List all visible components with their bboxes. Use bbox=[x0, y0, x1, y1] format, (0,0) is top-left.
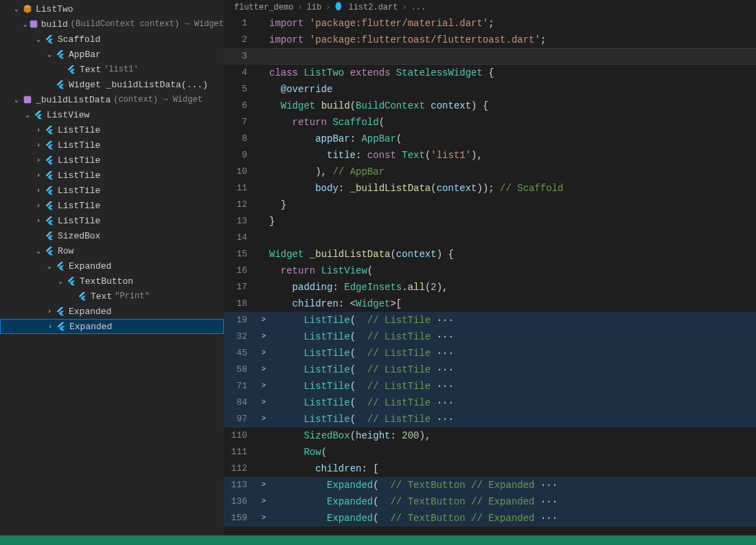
code-line[interactable]: 11 body: _buildListData(context)); // Sc… bbox=[224, 180, 756, 197]
outline-item[interactable]: ⌄TextButton bbox=[0, 274, 224, 289]
code-content[interactable]: ListTile( // ListTile ··· bbox=[269, 312, 756, 329]
code-content[interactable]: Expanded( // TextButton // Expanded ··· bbox=[269, 477, 756, 493]
code-line[interactable]: 45> ListTile( // ListTile ··· bbox=[224, 345, 756, 362]
code-content[interactable] bbox=[269, 48, 756, 65]
chevron-right-icon[interactable]: › bbox=[33, 126, 44, 134]
code-content[interactable]: SizedBox(height: 200), bbox=[269, 427, 756, 444]
fold-toggle[interactable]: > bbox=[258, 329, 269, 345]
code-content[interactable]: appBar: AppBar( bbox=[269, 131, 756, 147]
chevron-right-icon[interactable]: › bbox=[33, 172, 44, 179]
code-line[interactable]: 113> Expanded( // TextButton // Expanded… bbox=[224, 477, 756, 493]
outline-item[interactable]: ›ListTile bbox=[0, 183, 224, 198]
code-line[interactable]: 14 bbox=[224, 230, 756, 246]
outline-item[interactable]: ›ListTile bbox=[0, 198, 224, 213]
code-line[interactable]: 84> ListTile( // ListTile ··· bbox=[224, 394, 756, 411]
code-line[interactable]: 159> Expanded( // TextButton // Expanded… bbox=[224, 510, 756, 526]
code-content[interactable]: return ListView( bbox=[269, 263, 756, 279]
code-line[interactable]: 18 children: <Widget>[ bbox=[224, 296, 756, 312]
code-line[interactable]: 6 Widget build(BuildContext context) { bbox=[224, 98, 756, 114]
chevron-right-icon[interactable]: › bbox=[33, 142, 44, 149]
code-content[interactable] bbox=[269, 230, 756, 246]
fold-toggle[interactable]: > bbox=[258, 477, 269, 493]
code-content[interactable]: Expanded( // TextButton // Expanded ··· bbox=[269, 493, 756, 510]
outline-item[interactable]: ⌄ListTwo bbox=[0, 1, 224, 16]
code-line[interactable]: 12 } bbox=[224, 197, 756, 213]
fold-toggle[interactable]: > bbox=[258, 312, 269, 329]
fold-toggle[interactable]: > bbox=[258, 362, 269, 378]
chevron-right-icon[interactable]: › bbox=[45, 323, 56, 331]
code-content[interactable]: } bbox=[269, 197, 756, 213]
code-content[interactable]: ListTile( // ListTile ··· bbox=[269, 378, 756, 394]
chevron-right-icon[interactable]: › bbox=[33, 187, 44, 194]
code-area[interactable]: 1import 'package:flutter/material.dart';… bbox=[224, 15, 756, 535]
fold-toggle[interactable]: > bbox=[258, 493, 269, 510]
code-line[interactable]: 7 return Scaffold( bbox=[224, 114, 756, 131]
code-line[interactable]: 1import 'package:flutter/material.dart'; bbox=[224, 15, 756, 32]
code-content[interactable]: body: _buildListData(context)); // Scaff… bbox=[269, 180, 756, 197]
outline-item[interactable]: ›ListTile bbox=[0, 153, 224, 168]
code-line[interactable]: 19> ListTile( // ListTile ··· bbox=[224, 312, 756, 329]
code-content[interactable]: Widget build(BuildContext context) { bbox=[269, 98, 756, 114]
code-line[interactable]: 112 children: [ bbox=[224, 460, 756, 477]
breadcrumb-item[interactable]: ... bbox=[411, 3, 426, 12]
code-line[interactable]: 9 title: const Text('list1'), bbox=[224, 147, 756, 164]
code-content[interactable]: Row( bbox=[269, 444, 756, 460]
code-lines[interactable]: 1import 'package:flutter/material.dart';… bbox=[224, 15, 756, 535]
code-line[interactable]: 5 @override bbox=[224, 81, 756, 98]
code-content[interactable]: @override bbox=[269, 81, 756, 98]
outline-item[interactable]: ⌄ListView bbox=[0, 107, 224, 122]
code-content[interactable]: ListTile( // ListTile ··· bbox=[269, 345, 756, 362]
chevron-right-icon[interactable]: › bbox=[33, 202, 44, 210]
breadcrumb-item[interactable]: flutter_demo bbox=[234, 3, 293, 12]
code-line[interactable]: 136> Expanded( // TextButton // Expanded… bbox=[224, 493, 756, 510]
code-line[interactable]: 13} bbox=[224, 213, 756, 230]
outline-item[interactable]: ›Expanded bbox=[0, 319, 224, 334]
breadcrumb-item[interactable]: lib bbox=[307, 3, 322, 12]
outline-item[interactable]: SizedBox bbox=[0, 228, 224, 243]
outline-item[interactable]: ⌄AppBar bbox=[0, 47, 224, 62]
chevron-down-icon[interactable]: ⌄ bbox=[33, 247, 44, 255]
code-content[interactable]: ListTile( // ListTile ··· bbox=[269, 329, 756, 345]
code-content[interactable]: ListTile( // ListTile ··· bbox=[269, 411, 756, 427]
code-line[interactable]: 10 ), // AppBar bbox=[224, 164, 756, 180]
fold-toggle[interactable]: > bbox=[258, 411, 269, 427]
chevron-down-icon[interactable]: ⌄ bbox=[11, 96, 22, 104]
code-content[interactable]: import 'package:fluttertoast/fluttertoas… bbox=[269, 32, 756, 48]
chevron-down-icon[interactable]: ⌄ bbox=[33, 35, 44, 43]
outline-item[interactable]: ⌄Row bbox=[0, 243, 224, 258]
code-content[interactable]: Widget _buildListData(context) { bbox=[269, 246, 756, 263]
outline-item[interactable]: ⌄Scaffold bbox=[0, 32, 224, 47]
code-line[interactable]: 97> ListTile( // ListTile ··· bbox=[224, 411, 756, 427]
code-content[interactable]: return Scaffold( bbox=[269, 114, 756, 131]
code-content[interactable]: padding: EdgeInsets.all(2), bbox=[269, 279, 756, 296]
code-content[interactable]: class ListTwo extends StatelessWidget { bbox=[269, 65, 756, 81]
code-content[interactable]: import 'package:flutter/material.dart'; bbox=[269, 15, 756, 32]
outline-item[interactable]: Text'list1' bbox=[0, 62, 224, 77]
code-line[interactable]: 16 return ListView( bbox=[224, 263, 756, 279]
chevron-right-icon[interactable]: › bbox=[33, 157, 44, 164]
code-line[interactable]: 71> ListTile( // ListTile ··· bbox=[224, 378, 756, 394]
chevron-down-icon[interactable]: ⌄ bbox=[22, 111, 33, 119]
fold-toggle[interactable]: > bbox=[258, 394, 269, 411]
fold-toggle[interactable]: > bbox=[258, 378, 269, 394]
chevron-down-icon[interactable]: ⌄ bbox=[55, 277, 66, 285]
code-line[interactable]: 4class ListTwo extends StatelessWidget { bbox=[224, 65, 756, 81]
fold-toggle[interactable]: > bbox=[258, 510, 269, 526]
outline-item[interactable]: ›ListTile bbox=[0, 168, 224, 183]
code-line[interactable]: 8 appBar: AppBar( bbox=[224, 131, 756, 147]
code-line[interactable]: 32> ListTile( // ListTile ··· bbox=[224, 329, 756, 345]
code-content[interactable]: Expanded( // TextButton // Expanded ··· bbox=[269, 510, 756, 526]
outline-item[interactable]: ⌄Expanded bbox=[0, 258, 224, 274]
code-line[interactable]: 3 bbox=[224, 48, 756, 65]
outline-item[interactable]: ›ListTile bbox=[0, 122, 224, 137]
code-line[interactable]: 17 padding: EdgeInsets.all(2), bbox=[224, 279, 756, 296]
breadcrumbs[interactable]: flutter_demo›lib›list2.dart›... bbox=[224, 0, 756, 15]
chevron-right-icon[interactable]: › bbox=[33, 217, 44, 225]
breadcrumb-item[interactable]: list2.dart bbox=[348, 3, 398, 12]
outline-item[interactable]: ⌄build(BuildContext context) → Widget bbox=[0, 16, 224, 32]
code-line[interactable]: 110 SizedBox(height: 200), bbox=[224, 427, 756, 444]
code-content[interactable]: title: const Text('list1'), bbox=[269, 147, 756, 164]
code-content[interactable]: ), // AppBar bbox=[269, 164, 756, 180]
outline-item[interactable]: ›Expanded bbox=[0, 304, 224, 319]
chevron-down-icon[interactable]: ⌄ bbox=[44, 50, 55, 58]
